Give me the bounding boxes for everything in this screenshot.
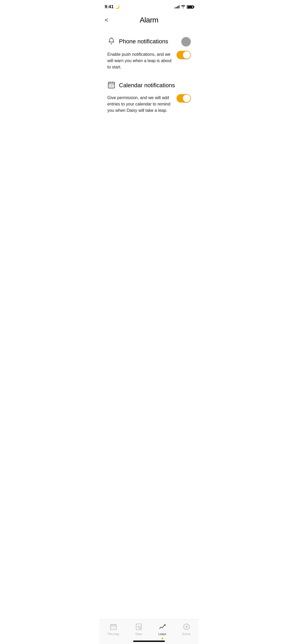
bell-icon: [107, 37, 115, 46]
back-button[interactable]: <: [105, 17, 109, 23]
phone-notifications-toggle[interactable]: [177, 51, 191, 59]
phone-notifications-description: Enable push notifications, and we will w…: [107, 51, 172, 70]
section-header-phone: Phone notifications: [107, 36, 191, 47]
calendar-notifications-toggle-thumb: [183, 95, 190, 102]
calendar-notifications-title: Calendar notifications: [119, 82, 175, 89]
phone-notifications-title: Phone notifications: [119, 38, 168, 45]
status-bar: 9:41 🌙: [100, 0, 199, 12]
notification-status-circle: [181, 37, 191, 47]
calendar-notifications-section: Calendar notifications Give permission, …: [107, 81, 191, 114]
phone-notifications-toggle-thumb: [183, 51, 190, 59]
section-header-calendar: Calendar notifications: [107, 81, 191, 90]
svg-point-9: [111, 86, 111, 87]
calendar-notifications-toggle-container: [177, 93, 191, 103]
calendar-notifications-description: Give permission, and we will add entries…: [107, 95, 172, 114]
svg-point-10: [112, 86, 113, 87]
moon-icon: 🌙: [115, 5, 120, 9]
svg-point-6: [111, 85, 111, 85]
svg-point-7: [112, 85, 113, 85]
section-title-group-calendar: Calendar notifications: [107, 81, 175, 90]
calendar-notifications-body: Give permission, and we will add entries…: [107, 93, 191, 114]
phone-notifications-text: Enable push notifications, and we will w…: [107, 50, 172, 70]
content-area: Phone notifications Enable push notifica…: [100, 31, 199, 130]
signal-bars-icon: [175, 5, 179, 8]
svg-point-8: [109, 86, 110, 87]
wifi-icon: [181, 5, 185, 9]
status-icons: [175, 5, 193, 9]
calendar-notifications-toggle[interactable]: [177, 94, 191, 103]
svg-point-5: [109, 85, 110, 85]
status-time: 9:41 🌙: [105, 4, 120, 10]
calendar-notifications-text: Give permission, and we will add entries…: [107, 93, 172, 114]
phone-notifications-section: Phone notifications Enable push notifica…: [107, 36, 191, 70]
section-title-group-phone: Phone notifications: [107, 37, 168, 46]
calendar-icon: [107, 81, 115, 90]
page-title: Alarm: [140, 16, 159, 24]
battery-icon: [187, 5, 193, 9]
nav-header: < Alarm: [100, 12, 199, 29]
phone-notifications-body: Enable push notifications, and we will w…: [107, 50, 191, 70]
phone-notifications-toggle-container: [177, 50, 191, 59]
time-display: 9:41: [105, 4, 114, 10]
